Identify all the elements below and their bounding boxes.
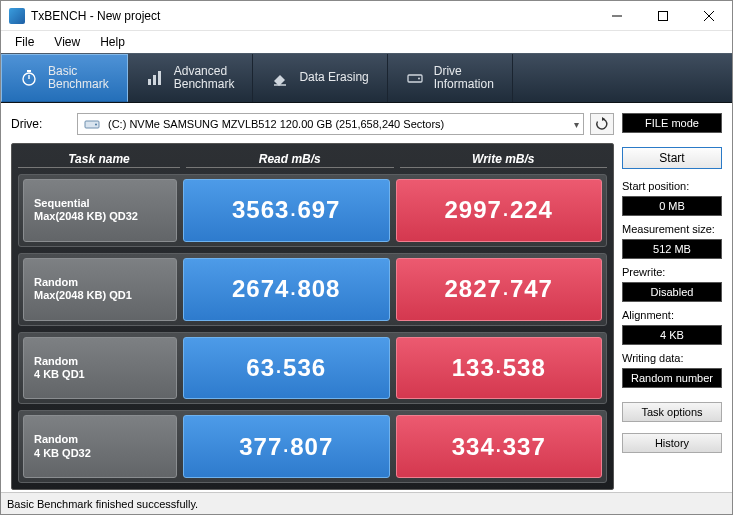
svg-rect-7 bbox=[148, 79, 151, 85]
read-value: 3563.697 bbox=[183, 179, 390, 242]
tab-advanced-benchmark[interactable]: Advanced Benchmark bbox=[128, 54, 254, 102]
tabbar: Basic Benchmark Advanced Benchmark Data … bbox=[1, 53, 732, 103]
read-value: 377.807 bbox=[183, 415, 390, 478]
grid-header: Task name Read mB/s Write mB/s bbox=[18, 150, 607, 168]
maximize-icon bbox=[658, 11, 668, 21]
minimize-button[interactable] bbox=[594, 1, 640, 31]
svg-point-14 bbox=[95, 124, 97, 126]
table-row: Random4 KB QD163.536133.538 bbox=[18, 332, 607, 405]
menu-file[interactable]: File bbox=[5, 33, 44, 51]
app-icon bbox=[9, 8, 25, 24]
tab-label: Advanced Benchmark bbox=[174, 65, 235, 91]
refresh-icon bbox=[595, 117, 609, 131]
measurement-size-label: Measurement size: bbox=[622, 223, 722, 235]
menubar: File View Help bbox=[1, 31, 732, 53]
tab-label: Data Erasing bbox=[299, 71, 368, 84]
writing-data-label: Writing data: bbox=[622, 352, 722, 364]
close-button[interactable] bbox=[686, 1, 732, 31]
svg-rect-8 bbox=[153, 75, 156, 85]
task-name-line2: Max(2048 KB) QD1 bbox=[34, 289, 166, 302]
alignment-value[interactable]: 4 KB bbox=[622, 325, 722, 345]
side-pane: FILE mode Start Start position: 0 MB Mea… bbox=[622, 103, 732, 494]
tab-label: Drive Information bbox=[434, 65, 494, 91]
window-controls bbox=[594, 1, 732, 31]
col-task: Task name bbox=[18, 150, 180, 168]
task-cell: SequentialMax(2048 KB) QD32 bbox=[23, 179, 177, 242]
start-position-label: Start position: bbox=[622, 180, 722, 192]
task-options-button[interactable]: Task options bbox=[622, 402, 722, 422]
drive-select[interactable]: (C:) NVMe SAMSUNG MZVLB512 120.00 GB (25… bbox=[77, 113, 584, 135]
minimize-icon bbox=[612, 11, 622, 21]
main-pane: Drive: (C:) NVMe SAMSUNG MZVLB512 120.00… bbox=[1, 103, 622, 494]
task-name-line2: 4 KB QD32 bbox=[34, 447, 166, 460]
svg-rect-1 bbox=[659, 11, 668, 20]
tab-label: Basic Benchmark bbox=[48, 65, 109, 91]
writing-data-value[interactable]: Random number bbox=[622, 368, 722, 388]
col-write: Write mB/s bbox=[400, 150, 608, 168]
table-row: RandomMax(2048 KB) QD12674.8082827.747 bbox=[18, 253, 607, 326]
col-read: Read mB/s bbox=[186, 150, 394, 168]
drive-icon bbox=[406, 69, 424, 87]
refresh-button[interactable] bbox=[590, 113, 614, 135]
task-name-line1: Random bbox=[34, 433, 166, 446]
chevron-down-icon: ▾ bbox=[574, 119, 579, 130]
svg-rect-6 bbox=[27, 70, 31, 72]
start-position-value[interactable]: 0 MB bbox=[622, 196, 722, 216]
file-mode-button[interactable]: FILE mode bbox=[622, 113, 722, 133]
menu-help[interactable]: Help bbox=[90, 33, 135, 51]
write-value: 2827.747 bbox=[396, 258, 603, 321]
task-name-line2: 4 KB QD1 bbox=[34, 368, 166, 381]
status-text: Basic Benchmark finished successfully. bbox=[7, 498, 198, 510]
task-name-line2: Max(2048 KB) QD32 bbox=[34, 210, 166, 223]
close-icon bbox=[704, 11, 714, 21]
measurement-size-value[interactable]: 512 MB bbox=[622, 239, 722, 259]
svg-point-12 bbox=[418, 78, 420, 80]
task-cell: RandomMax(2048 KB) QD1 bbox=[23, 258, 177, 321]
svg-rect-9 bbox=[158, 71, 161, 85]
drive-selected-text: (C:) NVMe SAMSUNG MZVLB512 120.00 GB (25… bbox=[108, 118, 444, 130]
write-value: 334.337 bbox=[396, 415, 603, 478]
write-value: 133.538 bbox=[396, 337, 603, 400]
start-button[interactable]: Start bbox=[622, 147, 722, 169]
window-title: TxBENCH - New project bbox=[31, 9, 594, 23]
tab-basic-benchmark[interactable]: Basic Benchmark bbox=[1, 54, 128, 102]
menu-view[interactable]: View bbox=[44, 33, 90, 51]
statusbar: Basic Benchmark finished successfully. bbox=[1, 492, 732, 514]
task-name-line1: Random bbox=[34, 355, 166, 368]
read-value: 2674.808 bbox=[183, 258, 390, 321]
eraser-icon bbox=[271, 69, 289, 87]
drive-row: Drive: (C:) NVMe SAMSUNG MZVLB512 120.00… bbox=[11, 113, 614, 135]
maximize-button[interactable] bbox=[640, 1, 686, 31]
prewrite-label: Prewrite: bbox=[622, 266, 722, 278]
prewrite-value[interactable]: Disabled bbox=[622, 282, 722, 302]
disk-icon bbox=[84, 117, 102, 131]
task-cell: Random4 KB QD32 bbox=[23, 415, 177, 478]
drive-label: Drive: bbox=[11, 117, 71, 131]
tab-drive-information[interactable]: Drive Information bbox=[388, 54, 513, 102]
task-name-line1: Random bbox=[34, 276, 166, 289]
titlebar: TxBENCH - New project bbox=[1, 1, 732, 31]
bar-chart-icon bbox=[146, 69, 164, 87]
stopwatch-icon bbox=[20, 69, 38, 87]
history-button[interactable]: History bbox=[622, 433, 722, 453]
tab-data-erasing[interactable]: Data Erasing bbox=[253, 54, 387, 102]
task-name-line1: Sequential bbox=[34, 197, 166, 210]
table-row: SequentialMax(2048 KB) QD323563.6972997.… bbox=[18, 174, 607, 247]
task-cell: Random4 KB QD1 bbox=[23, 337, 177, 400]
table-row: Random4 KB QD32377.807334.337 bbox=[18, 410, 607, 483]
alignment-label: Alignment: bbox=[622, 309, 722, 321]
result-grid: Task name Read mB/s Write mB/s Sequentia… bbox=[11, 143, 614, 490]
write-value: 2997.224 bbox=[396, 179, 603, 242]
read-value: 63.536 bbox=[183, 337, 390, 400]
